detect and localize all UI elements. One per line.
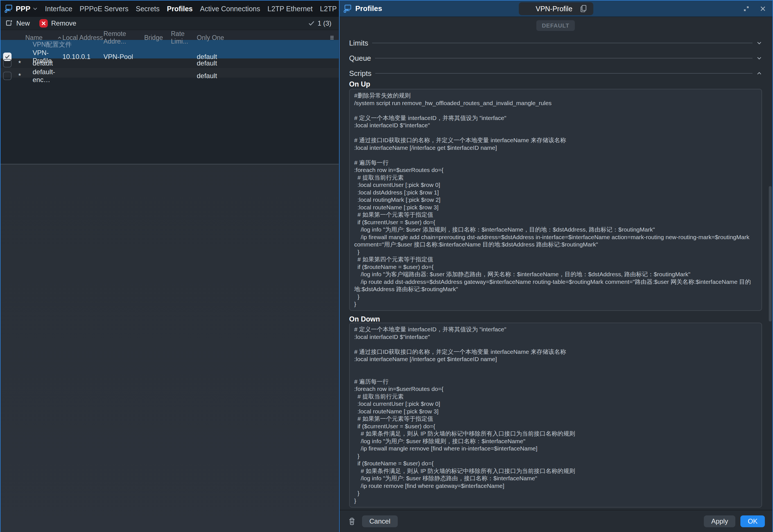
selection-count: 1 (3) [308,19,331,27]
ppp-menubar: PPP Interface PPPoE Servers Secrets Prof… [1,1,339,17]
chevron-down-icon [756,56,762,60]
selection-count-label: 1 (3) [318,19,331,27]
winbox-app: PPP Interface PPPoE Servers Secrets Prof… [0,0,773,532]
close-dialog-icon[interactable] [760,5,766,12]
tab-interface[interactable]: Interface [45,5,72,13]
section-limits[interactable]: Limits [349,39,762,47]
section-divider [375,73,752,74]
dialog-app-icon [343,4,352,13]
profile-detail-dialog: Profiles VPN-Profile [339,1,772,532]
apply-button[interactable]: Apply [704,515,735,527]
new-button[interactable]: New [5,19,30,27]
comment-row[interactable]: VPN配置文件 [1,40,339,49]
on-down-script-input[interactable]: # 定义一个本地变量 interfaceID，并将其值设为 "interface… [349,323,762,508]
chevron-down-icon [756,41,762,45]
cell-only-one: default [197,72,326,80]
default-badge: DEFAULT [536,20,575,31]
profile-name: VPN-Profile [536,5,573,13]
row-checkbox[interactable] [3,59,12,67]
remove-icon [39,19,48,28]
section-divider [372,43,752,43]
on-up-script-input[interactable]: #删除异常失效的规则 /system script run remove_hw_… [349,89,762,311]
scrollbar-thumb[interactable] [769,186,772,322]
new-button-label: New [16,19,30,27]
tab-secrets[interactable]: Secrets [136,5,160,13]
section-limits-label: Limits [349,39,368,47]
table-row-vpn-profile[interactable]: VPN-Profile 10.10.0.1 VPN-Pool default [1,49,339,58]
tab-active-connections[interactable]: Active Connections [200,5,260,13]
ppp-menu-label: PPP [16,4,30,13]
section-scripts[interactable]: Scripts [349,69,762,78]
ppp-menu-button[interactable]: PPP [4,4,38,13]
window-background [1,164,339,532]
section-scripts-label: Scripts [349,69,371,78]
section-queue[interactable]: Queue [349,54,762,62]
profile-name-chip: VPN-Profile [519,2,593,15]
table-row-default-enc[interactable]: * default-enc… default [1,68,339,78]
tab-l2tp-ethernet[interactable]: L2TP Ethernet [267,5,313,13]
default-flag: * [14,72,25,80]
ok-button[interactable]: OK [740,515,765,527]
default-flag: * [14,59,25,67]
dialog-body: DEFAULT Limits Queue Scripts [340,17,772,510]
row-checkbox[interactable] [3,72,12,80]
column-settings-icon[interactable] [326,35,339,40]
table-row-default[interactable]: * default default [1,58,339,68]
window-app-icon [4,4,13,13]
cell-remote-address: VPN-Pool [103,53,144,61]
copy-icon[interactable] [580,4,587,13]
list-toolbar: New Remove 1 (3) [1,17,339,30]
remove-button[interactable]: Remove [39,19,76,28]
section-queue-label: Queue [349,54,371,63]
dialog-footer: Cancel Apply OK [340,510,772,532]
detach-dialog-icon[interactable] [743,5,750,12]
cell-name: default [33,59,62,67]
on-up-label: On Up [349,80,762,88]
tab-pppoe-servers[interactable]: PPPoE Servers [80,5,128,13]
delete-icon[interactable] [348,517,356,526]
chevron-up-icon [756,71,762,75]
dialog-titlebar: Profiles VPN-Profile [340,1,772,17]
row-comment-text: VPN配置文件 [33,40,326,49]
sort-ascending-icon [57,36,62,39]
dialog-title: Profiles [355,4,382,13]
profiles-table: Name Local Address Remote Addre... Bridg… [1,30,339,164]
new-item-icon [5,19,13,27]
remove-button-label: Remove [51,19,76,27]
on-down-label: On Down [349,315,762,323]
section-divider [375,58,752,58]
chevron-down-icon [33,7,38,10]
cell-local-address: 10.10.0.1 [62,53,103,61]
cell-only-one: default [197,59,326,67]
table-header-row: Name Local Address Remote Addre... Bridg… [1,30,339,40]
tab-profiles[interactable]: Profiles [167,5,193,13]
ppp-window: PPP Interface PPPoE Servers Secrets Prof… [1,1,339,532]
cell-name: default-enc… [33,68,62,84]
cancel-button[interactable]: Cancel [362,515,398,527]
check-icon [308,20,315,27]
